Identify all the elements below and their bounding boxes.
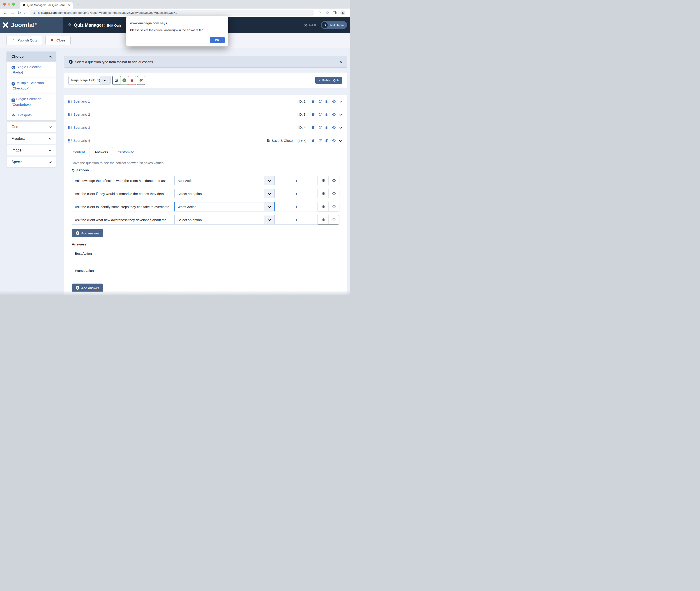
- cubes-icon: [11, 113, 16, 117]
- sidebar-group-special[interactable]: Special: [6, 157, 56, 168]
- sidebar-group-freetext[interactable]: Freetext: [6, 133, 56, 144]
- screen: Quiz Manager: Edit Quiz - Anil ✕ + ← → ↻…: [0, 0, 350, 296]
- sidebar-item-single-selection-combobox[interactable]: ▼Single Selection (Combobox): [7, 93, 56, 110]
- scenario-link[interactable]: Scenario 4: [73, 139, 90, 143]
- sidebar-group-image[interactable]: Image: [6, 145, 56, 156]
- export-icon[interactable]: [318, 100, 322, 104]
- tab-customize[interactable]: Customize: [113, 147, 139, 157]
- points-input[interactable]: 1: [275, 189, 318, 198]
- answer-input-2[interactable]: Worst Action: [72, 266, 342, 275]
- sidebar-group-grid[interactable]: Grid: [6, 122, 56, 132]
- page-settings-button[interactable]: ⚙⚙: [137, 76, 145, 85]
- export-icon[interactable]: [318, 113, 322, 117]
- question-row-4: Ask the client what new awareness they d…: [72, 215, 342, 224]
- add-answer-button[interactable]: + Add answer: [72, 229, 103, 237]
- publish-quiz-button[interactable]: ✓ Publish Quiz: [6, 36, 42, 45]
- browser-tab[interactable]: Quiz Manager: Edit Quiz - Anil ✕: [20, 2, 73, 9]
- drag-grid-icon[interactable]: [68, 100, 71, 103]
- chevron-down-icon[interactable]: [339, 113, 342, 116]
- share-icon[interactable]: [318, 11, 322, 15]
- trash-icon[interactable]: [311, 139, 315, 143]
- info-alert: i Select a question type from toolbar to…: [64, 56, 347, 68]
- sidebar-item-single-selection-radio[interactable]: Single Selection (Radio): [7, 62, 56, 77]
- move-answer-button[interactable]: [329, 189, 339, 198]
- question-text-input[interactable]: Ask the client what new awareness they d…: [72, 215, 174, 224]
- answer-type-select[interactable]: Select an option: [174, 189, 275, 198]
- sidebar-item-multiple-selection-checkbox[interactable]: ✓Multiple Selection (Checkbox): [7, 77, 56, 93]
- drag-grid-icon[interactable]: [68, 113, 71, 116]
- sidebar-item-hotspots[interactable]: Hotspots: [7, 110, 56, 120]
- minimize-window-button[interactable]: [8, 3, 10, 6]
- chevron-down-icon[interactable]: [339, 100, 342, 103]
- profile-avatar[interactable]: [340, 10, 345, 15]
- alert-close-icon[interactable]: ✕: [339, 59, 343, 64]
- scenario-id: [ID: 2]: [297, 100, 306, 103]
- delete-answer-button[interactable]: [318, 189, 329, 198]
- delete-answer-button[interactable]: [318, 215, 329, 224]
- page-select[interactable]: Page: Page 1 (ID: 1): [68, 76, 111, 85]
- answer-type-select[interactable]: Best Action: [174, 176, 275, 185]
- move-answer-button[interactable]: [329, 215, 339, 224]
- chevron-down-icon: [49, 137, 52, 140]
- user-menu-button[interactable]: Anil Dagia: [321, 21, 347, 29]
- copy-icon[interactable]: [325, 100, 329, 103]
- points-input[interactable]: 1: [275, 176, 318, 185]
- scenario-link[interactable]: Scenario 2: [73, 113, 90, 117]
- copy-icon[interactable]: [325, 139, 329, 143]
- side-panel-icon[interactable]: [333, 11, 337, 14]
- new-tab-button[interactable]: +: [77, 2, 79, 7]
- add-page-button[interactable]: +: [120, 76, 128, 85]
- trash-icon[interactable]: [311, 126, 315, 129]
- save-close-button[interactable]: Save & Close: [266, 139, 293, 143]
- close-window-button[interactable]: [3, 3, 6, 6]
- delete-answer-button[interactable]: [318, 176, 329, 185]
- chevron-down-icon[interactable]: [339, 139, 342, 142]
- dialog-title: www.anildagia.com says: [130, 21, 225, 25]
- reload-icon[interactable]: ↻: [17, 11, 21, 15]
- publish-quiz-small-button[interactable]: ✓ Publish Quiz: [315, 77, 342, 84]
- chevron-down-icon[interactable]: [339, 126, 342, 129]
- points-input[interactable]: 1: [275, 215, 318, 224]
- question-row-2: Ask the client if they would summarize t…: [72, 189, 342, 198]
- zoom-window-button[interactable]: [12, 3, 15, 6]
- question-text-input[interactable]: Acknowledge the reflection work the clie…: [72, 176, 174, 185]
- delete-answer-button[interactable]: [318, 202, 329, 211]
- export-icon[interactable]: [318, 139, 322, 143]
- delete-page-button[interactable]: [128, 76, 136, 85]
- address-bar[interactable]: anildagia.com/administrator/index.php?op…: [30, 10, 314, 16]
- bookmark-star-icon[interactable]: ☆: [326, 10, 329, 15]
- move-answer-button[interactable]: [329, 176, 339, 185]
- scenario-link[interactable]: Scenario 3: [73, 126, 90, 130]
- question-text-input[interactable]: Ask the client if they would summarize t…: [72, 189, 174, 198]
- drag-grid-icon[interactable]: [68, 126, 71, 129]
- tab-answers[interactable]: Answers: [90, 147, 113, 157]
- window-controls[interactable]: [3, 3, 15, 6]
- sidebar-group-choice[interactable]: Choice: [7, 52, 56, 62]
- move-icon[interactable]: [332, 126, 336, 130]
- copy-icon[interactable]: [325, 126, 329, 129]
- tab-close-icon[interactable]: ✕: [68, 4, 70, 7]
- trash-icon[interactable]: [311, 100, 315, 103]
- edit-page-button[interactable]: [112, 76, 120, 85]
- home-icon[interactable]: ⌂: [24, 11, 26, 15]
- dialog-ok-button[interactable]: OK: [210, 37, 225, 43]
- answer-type-select-focused[interactable]: Worst Action: [174, 202, 275, 211]
- check-icon: ✓: [11, 38, 14, 43]
- forward-icon[interactable]: →: [10, 11, 14, 15]
- tab-content[interactable]: Content: [68, 147, 90, 157]
- copy-icon[interactable]: [325, 113, 329, 116]
- answer-type-select[interactable]: Select an option: [174, 215, 275, 224]
- trash-icon[interactable]: [311, 113, 315, 116]
- drag-grid-icon[interactable]: [68, 139, 71, 142]
- move-icon[interactable]: [332, 100, 336, 104]
- question-text-input[interactable]: Ask the client to identify some steps th…: [72, 202, 174, 211]
- move-icon[interactable]: [332, 139, 336, 143]
- back-icon[interactable]: ←: [3, 11, 7, 15]
- close-button[interactable]: ✖ Close: [45, 36, 70, 45]
- points-input[interactable]: 1: [275, 202, 318, 211]
- move-answer-button[interactable]: [329, 202, 339, 211]
- export-icon[interactable]: [318, 126, 322, 130]
- answer-input-1[interactable]: Best Action: [72, 249, 342, 258]
- move-icon[interactable]: [332, 113, 336, 117]
- scenario-link[interactable]: Scenario 1: [73, 100, 90, 104]
